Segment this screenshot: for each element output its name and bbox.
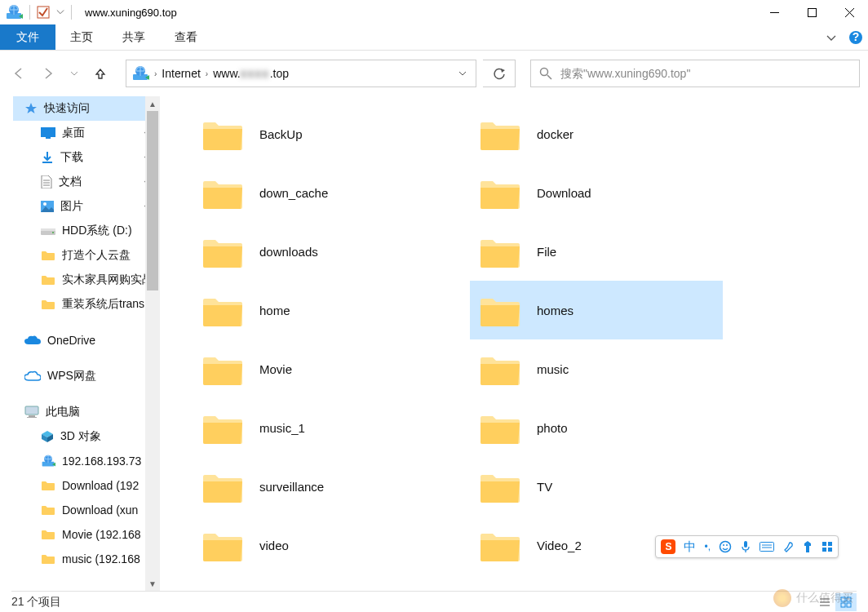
crumb-blurred: xxxx (241, 67, 270, 80)
folder-grid: BackUpdown_cachedownloadshomeMoviemusic_… (193, 104, 855, 578)
up-button[interactable] (93, 66, 108, 81)
scroll-thumb[interactable] (147, 111, 158, 290)
download-icon (41, 151, 54, 164)
sidebar-label: WPS网盘 (47, 369, 96, 384)
ribbon-expand-button[interactable] (819, 24, 844, 50)
folder-label: Download (537, 186, 591, 200)
wps-icon (24, 370, 41, 382)
computer-icon (24, 406, 39, 419)
search-input[interactable] (560, 67, 851, 80)
folder-item[interactable]: video (193, 516, 445, 574)
folder-item[interactable]: surveillance (193, 457, 445, 516)
svg-point-39 (723, 544, 724, 546)
ribbon: 文件 主页 共享 查看 ? (0, 24, 868, 51)
ime-skin-icon[interactable] (802, 540, 813, 553)
ribbon-tab-view[interactable]: 查看 (160, 24, 212, 50)
ime-language[interactable]: 中 (684, 539, 696, 555)
ime-emoji-icon[interactable] (719, 540, 732, 553)
sidebar-3d-objects[interactable]: 3D 对象 (13, 424, 160, 449)
folder-item[interactable]: down_cache (193, 163, 445, 222)
sidebar-folder-reinstall[interactable]: 重装系统后trans (13, 292, 160, 317)
folder-item[interactable]: File (470, 222, 723, 281)
sidebar-documents[interactable]: 文档 (13, 170, 160, 194)
ime-mic-icon[interactable] (740, 540, 751, 553)
refresh-button[interactable] (483, 60, 516, 87)
ribbon-tab-file[interactable]: 文件 (0, 24, 55, 50)
sidebar-download-192[interactable]: Download (192 (13, 473, 160, 498)
ime-toolbox-icon[interactable] (822, 541, 833, 552)
folder-icon (478, 116, 522, 152)
folder-item[interactable]: Movie (193, 339, 445, 398)
ime-toolbar[interactable]: S 中 •, (655, 535, 839, 558)
sidebar-desktop[interactable]: 桌面 (13, 121, 160, 145)
folder-item[interactable]: music (470, 339, 723, 398)
sidebar-scrollbar[interactable]: ▲ ▼ (145, 96, 160, 591)
sidebar-music-192[interactable]: music (192.168 (13, 547, 160, 571)
folder-item[interactable]: TV (470, 457, 723, 516)
folder-item[interactable]: BackUp (193, 104, 445, 163)
sidebar-pictures[interactable]: 图片 (13, 194, 160, 219)
folder-item[interactable]: Download (470, 163, 723, 222)
scroll-up-icon[interactable]: ▲ (145, 96, 160, 111)
sidebar-hdd[interactable]: HDD系统 (D:) (13, 219, 160, 243)
sidebar-network-ip[interactable]: 192.168.193.73 (13, 449, 160, 473)
back-button[interactable] (11, 66, 26, 81)
folder-label: docker (537, 127, 574, 141)
sidebar-label: 重装系统后trans (62, 297, 144, 312)
sidebar-thispc[interactable]: 此电脑 (13, 400, 160, 424)
sidebar-movie-192[interactable]: Movie (192.168 (13, 522, 160, 547)
folder-icon (41, 504, 55, 516)
breadcrumb-host[interactable]: www.xxxx.top (208, 67, 294, 80)
ribbon-tab-share[interactable]: 共享 (108, 24, 160, 50)
sogou-icon[interactable]: S (661, 539, 675, 554)
sidebar-label: music (192.168 (62, 552, 140, 565)
sidebar-downloads[interactable]: 下载 (13, 145, 160, 170)
close-button[interactable] (830, 0, 868, 24)
svg-point-21 (43, 202, 46, 206)
recent-dropdown[interactable] (70, 66, 78, 81)
minimize-button[interactable] (755, 0, 793, 24)
pictures-icon (41, 201, 54, 212)
folder-label: Video_2 (537, 539, 582, 552)
folder-icon (478, 410, 522, 446)
sidebar-label: OneDrive (47, 334, 95, 347)
window-title: www.xuning690.top (85, 7, 177, 19)
folder-icon (478, 468, 522, 504)
sidebar-quick-access[interactable]: 快速访问 (13, 96, 160, 121)
ime-punct-icon[interactable]: •, (704, 541, 711, 552)
scroll-down-icon[interactable]: ▼ (145, 576, 160, 591)
nav-arrows (11, 66, 108, 81)
folder-item[interactable]: home (193, 281, 445, 339)
sidebar-download-xun[interactable]: Download (xun (13, 498, 160, 522)
svg-rect-47 (822, 548, 826, 552)
sidebar-folder-cloud[interactable]: 打造个人云盘 (13, 243, 160, 268)
qat-dropdown-icon[interactable] (56, 6, 64, 19)
ime-keyboard-icon[interactable] (760, 542, 774, 552)
maximize-button[interactable] (793, 0, 830, 24)
breadcrumb-internet[interactable]: Internet (157, 67, 205, 80)
sidebar-onedrive[interactable]: OneDrive (13, 328, 160, 353)
qat-checkbox-icon[interactable] (37, 6, 50, 19)
help-button[interactable]: ? (844, 24, 868, 50)
forward-button[interactable] (41, 66, 55, 81)
content-pane[interactable]: BackUpdown_cachedownloadshomeMoviemusic_… (160, 96, 855, 591)
drive-icon (41, 226, 55, 236)
folder-item[interactable]: music_1 (193, 398, 445, 457)
folder-label: homes (537, 304, 574, 317)
ime-tool-icon[interactable] (782, 541, 794, 552)
ribbon-tab-home[interactable]: 主页 (55, 24, 108, 50)
folder-item[interactable]: homes (470, 281, 723, 339)
sidebar-label: 图片 (60, 199, 83, 214)
address-bar[interactable]: › Internet › www.xxxx.top (126, 60, 476, 87)
folder-item[interactable]: docker (470, 104, 723, 163)
folder-item[interactable]: photo (470, 398, 723, 457)
folder-item[interactable]: downloads (193, 222, 445, 281)
address-dropdown[interactable] (453, 69, 472, 78)
svg-point-24 (52, 232, 54, 233)
sidebar-wps[interactable]: WPS网盘 (13, 364, 160, 388)
search-box[interactable] (530, 60, 860, 87)
folder-label: music (537, 362, 569, 376)
status-bar: 21 个项目 (11, 591, 857, 612)
folder-label: downloads (259, 245, 318, 259)
sidebar-folder-furniture[interactable]: 实木家具网购实战 (13, 268, 160, 292)
